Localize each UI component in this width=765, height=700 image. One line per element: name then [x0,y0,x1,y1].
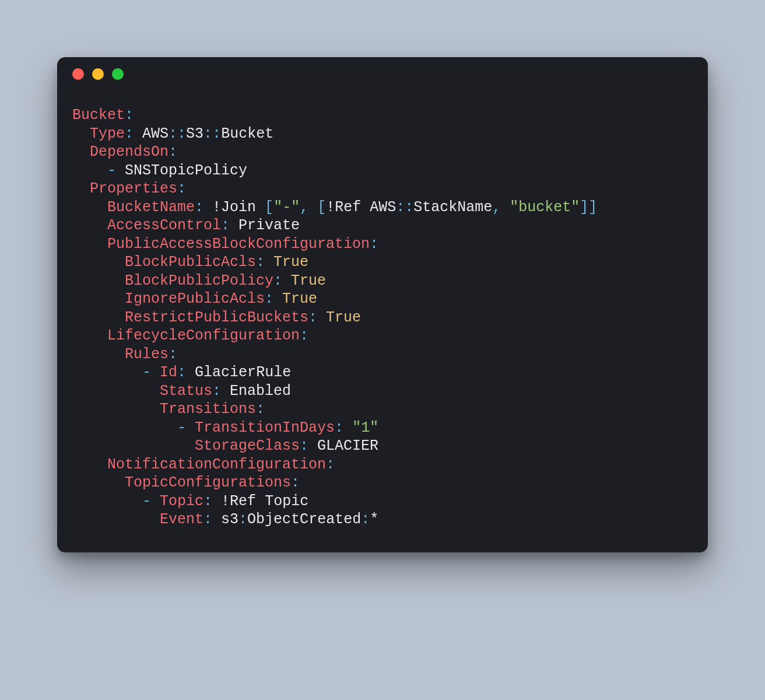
yaml-key: NotificationConfiguration [107,456,326,473]
yaml-key: BucketName [107,199,195,216]
yaml-value: SNSTopicPolicy [125,162,247,179]
yaml-key: IgnorePublicAcls [125,290,265,307]
yaml-value: Enabled [230,383,291,400]
yaml-key: StorageClass [195,438,300,454]
yaml-bool: True [282,290,317,307]
yaml-value: AWS [370,199,396,216]
yaml-key: Bucket [72,107,125,124]
yaml-key: Type [90,125,125,142]
yaml-fn: !Join [212,199,256,216]
minimize-icon[interactable] [92,68,104,80]
close-icon[interactable] [72,68,84,80]
yaml-key: Rules [125,346,169,363]
yaml-key: BlockPublicPolicy [125,272,273,289]
yaml-value: Topic [265,493,308,510]
yaml-key: PublicAccessBlockConfiguration [107,236,370,253]
yaml-fn: !Ref [326,199,361,216]
yaml-key: Topic [160,493,203,510]
yaml-value: ObjectCreated [247,511,361,528]
yaml-value: S3 [186,125,203,142]
yaml-value: GlacierRule [195,364,291,381]
yaml-key: LifecycleConfiguration [107,327,300,344]
yaml-key: Properties [90,180,177,197]
yaml-key: RestrictPublicBuckets [125,309,308,326]
yaml-value: AWS [142,125,169,142]
yaml-key: Event [160,511,203,528]
code-window: Bucket: Type: AWS::S3::Bucket DependsOn:… [57,57,708,552]
yaml-string: "1" [352,419,378,436]
yaml-value: GLACIER [317,438,378,454]
yaml-fn: !Ref [221,493,256,510]
code-block: Bucket: Type: AWS::S3::Bucket DependsOn:… [57,91,708,531]
yaml-key: DependsOn [90,144,169,160]
yaml-key: AccessControl [107,217,221,234]
yaml-value: StackName [413,199,492,216]
zoom-icon[interactable] [112,68,124,80]
yaml-value: s3 [221,511,238,528]
yaml-key: Id [160,364,177,381]
yaml-key: TransitionInDays [195,419,335,436]
yaml-value: Private [238,217,300,234]
yaml-key: Transitions [160,401,256,418]
yaml-string: "bucket" [510,199,580,216]
yaml-bool: True [326,309,361,326]
yaml-value: * [370,511,378,528]
yaml-key: TopicConfigurations [125,474,291,491]
yaml-bool: True [291,272,326,289]
yaml-key: BlockPublicAcls [125,254,256,271]
yaml-string: "-" [273,199,300,216]
window-titlebar [57,57,708,91]
yaml-bool: True [273,254,308,271]
yaml-key: Status [160,383,212,400]
yaml-value: Bucket [221,125,273,142]
